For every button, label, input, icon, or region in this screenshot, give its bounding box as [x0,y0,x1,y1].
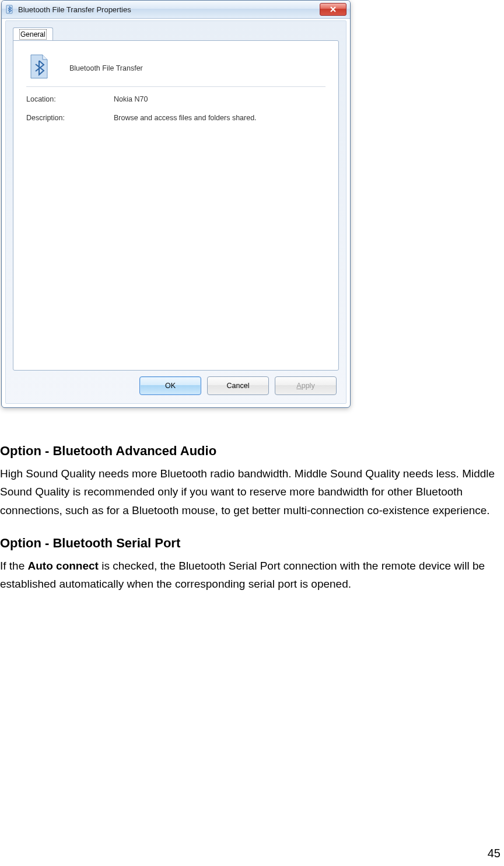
location-label: Location: [26,95,114,103]
bluetooth-app-icon [5,5,15,14]
titlebar[interactable]: Bluetooth File Transfer Properties [2,1,350,19]
ok-label: OK [165,382,176,390]
cancel-label: Cancel [227,382,250,390]
dialog-client-area: General Bluetooth File Transfer [5,20,346,404]
tabstrip: General [6,21,346,41]
properties-dialog: Bluetooth File Transfer Properties Gener… [1,0,351,408]
close-button[interactable] [320,3,346,16]
section-heading-serial-port: Option - Bluetooth Serial Port [0,536,502,551]
description-label: Description: [26,114,114,122]
apply-label: Apply [296,382,314,390]
service-name: Bluetooth File Transfer [69,61,143,72]
cancel-button[interactable]: Cancel [207,376,269,395]
section-body-serial-port: If the Auto connect is checked, the Blue… [0,557,502,593]
document-body: Option - Bluetooth Advanced Audio High S… [0,444,502,610]
separator [26,86,326,87]
page-number: 45 [488,847,501,860]
service-icon [27,54,51,79]
tab-label: General [20,30,46,39]
description-value: Browse and access files and folders shar… [114,114,326,122]
section-heading-advanced-audio: Option - Bluetooth Advanced Audio [0,444,502,459]
button-row: OK Cancel Apply [139,376,337,395]
apply-button: Apply [275,376,337,395]
tab-panel-general: Bluetooth File Transfer Location: Nokia … [13,40,339,371]
location-value: Nokia N70 [114,95,326,103]
tab-general[interactable]: General [13,27,53,41]
ok-button[interactable]: OK [139,376,201,395]
section-body-advanced-audio: High Sound Quality needs more Bluetooth … [0,465,502,519]
window-title: Bluetooth File Transfer Properties [18,5,320,14]
